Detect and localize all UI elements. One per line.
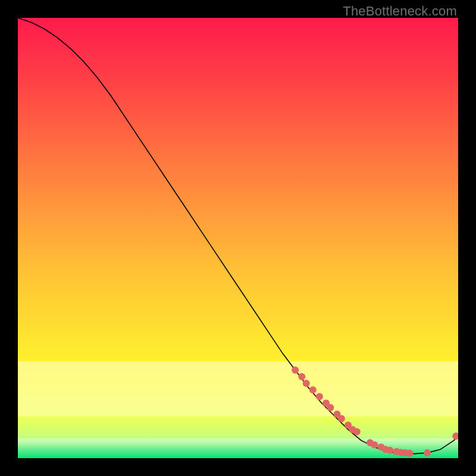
data-point <box>298 373 305 380</box>
plot-area <box>18 18 458 458</box>
data-point <box>327 404 334 411</box>
watermark-text: TheBottleneck.com <box>343 4 457 19</box>
data-point <box>386 447 393 454</box>
data-point <box>424 449 431 456</box>
chart-stage: TheBottleneck.com <box>0 0 476 476</box>
data-point <box>309 386 317 393</box>
data-point <box>292 367 299 374</box>
chart-svg <box>18 18 458 458</box>
data-point <box>406 450 414 457</box>
data-point <box>371 441 378 449</box>
data-point <box>303 380 310 387</box>
data-point <box>316 393 323 400</box>
data-point <box>353 428 361 436</box>
data-point <box>338 415 345 422</box>
pale-yellow-band <box>18 361 458 416</box>
highlight-bands <box>18 361 458 458</box>
